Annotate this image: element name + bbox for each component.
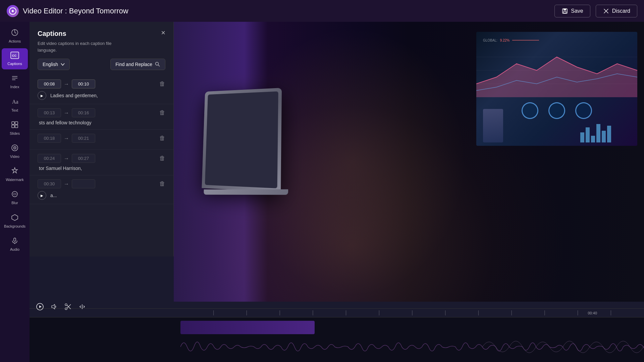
video-icon [11,144,19,153]
start-time-input-0[interactable] [38,79,61,88]
timeline-scale: 00:40 [30,309,644,317]
end-time-input-4[interactable] [72,179,95,188]
caption-entry-2: → 🗑 [30,130,173,150]
play-caption-4[interactable]: ▶ [38,191,46,200]
sidebar-item-captions[interactable]: CC Captions [2,48,28,69]
end-time-input-2[interactable] [72,134,95,143]
sidebar-label-blur: Blur [11,201,18,205]
svg-rect-2 [564,9,566,10]
captions-header: Captions Edit video captions in each cap… [30,22,173,59]
svg-line-30 [67,305,71,309]
delete-entry-0[interactable]: 🗑 [159,80,165,87]
discard-icon [603,8,609,14]
volume-button[interactable] [50,303,58,312]
svg-point-28 [65,304,67,306]
waveform-svg [180,332,644,362]
play-button[interactable] [36,303,44,312]
find-replace-button[interactable]: Find and Replace [110,59,165,70]
caption-time-row-3: → 🗑 [38,154,165,163]
sidebar-item-watermark[interactable]: Watermark [2,164,28,185]
delete-entry-4[interactable]: 🗑 [159,180,165,187]
end-time-input-1[interactable] [72,108,95,117]
split-button[interactable] [78,303,86,312]
timeline-area: 00:40 [30,308,644,362]
start-time-input-1[interactable] [38,108,61,117]
playback-controls [30,300,97,315]
play-icon [36,303,44,310]
caption-entry-4: → 🗑 ▶ a... [30,175,173,204]
start-time-input-4[interactable] [38,179,61,188]
time-arrow-2: → [64,135,69,141]
sidebar-item-video[interactable]: Video [2,140,28,162]
blur-icon [11,190,19,199]
circles-row [522,102,592,119]
slides-icon [11,121,19,130]
svg-text:CC: CC [12,54,16,57]
captions-toolbar: English Find and Replace [30,59,173,75]
sidebar-label-audio: Audio [10,247,19,252]
chart-svg [476,44,637,97]
sidebar-item-audio[interactable]: Audio [2,233,28,255]
caption-text-0: Ladies and gentlemen, [49,93,98,98]
play-caption-0[interactable]: ▶ [38,91,46,100]
caption-time-row-2: → 🗑 [38,134,165,143]
sidebar-item-blur[interactable]: Blur [2,187,28,208]
sidebar-item-actions[interactable]: Actions [2,25,28,47]
cut-button[interactable] [64,303,72,312]
discard-label: Discard [612,8,630,14]
caption-time-row-0: → 🗑 [38,79,165,88]
titlebar-left: Video Editor : Beyond Tomorrow [7,5,128,17]
svg-rect-14 [15,125,18,128]
end-time-input-3[interactable] [72,154,95,163]
time-arrow-3: → [64,156,69,162]
backgrounds-icon [11,214,19,223]
captions-panel: Captions Edit video captions in each cap… [30,22,174,256]
svg-marker-26 [52,304,55,309]
watermark-icon [11,167,19,176]
sidebar-label-video: Video [10,155,19,159]
time-arrow-1: → [64,110,69,116]
captions-subtitle: Edit video captions in each caption file… [38,40,131,53]
captions-header-content: Captions Edit video captions in each cap… [38,30,131,53]
caption-entry-1: → 🗑 sts and fellow technology [30,104,173,130]
sidebar-item-text[interactable]: Aa Text [2,94,28,116]
sidebar-item-index[interactable]: Index [2,71,28,93]
caption-entry-3: → 🗑 tor Samuel Harrison, [30,150,173,175]
cut-icon [64,303,72,310]
start-time-input-3[interactable] [38,154,61,163]
sidebar-item-backgrounds[interactable]: Backgrounds [2,210,28,232]
caption-content-row-1: sts and fellow technology [38,120,165,125]
start-time-input-2[interactable] [38,134,61,143]
actions-icon [11,28,19,38]
end-time-input-0[interactable] [72,79,95,88]
delete-entry-1[interactable]: 🗑 [159,109,165,116]
svg-point-27 [65,308,67,310]
language-dropdown[interactable]: English [38,59,70,70]
save-button[interactable]: Save [554,5,590,17]
caption-time-row-4: → 🗑 [38,179,165,188]
caption-text-4: a... [49,193,57,198]
delete-entry-3[interactable]: 🗑 [159,155,165,162]
save-label: Save [571,8,583,14]
language-value: English [43,62,58,67]
sidebar-label-index: Index [10,85,19,89]
save-icon [561,8,568,14]
svg-text:Aa: Aa [12,99,18,105]
close-button[interactable]: × [161,28,165,37]
caption-text-1: sts and fellow technology [38,120,91,125]
presentation-screen: GLOBAL: 9.22% [476,32,637,146]
svg-rect-11 [12,122,14,124]
discard-button[interactable]: Discard [596,5,637,17]
time-arrow-0: → [64,81,69,87]
svg-point-17 [14,147,15,148]
svg-rect-13 [12,125,14,128]
timeline-tracks [30,317,644,362]
find-replace-label: Find and Replace [115,62,152,67]
delete-entry-2[interactable]: 🗑 [159,135,165,142]
split-icon [78,303,86,310]
sidebar-item-slides[interactable]: Slides [2,117,28,139]
audio-icon [11,237,19,246]
video-area: GLOBAL: 9.22% [174,22,644,302]
time-arrow-4: → [64,181,69,187]
volume-icon [50,303,58,310]
